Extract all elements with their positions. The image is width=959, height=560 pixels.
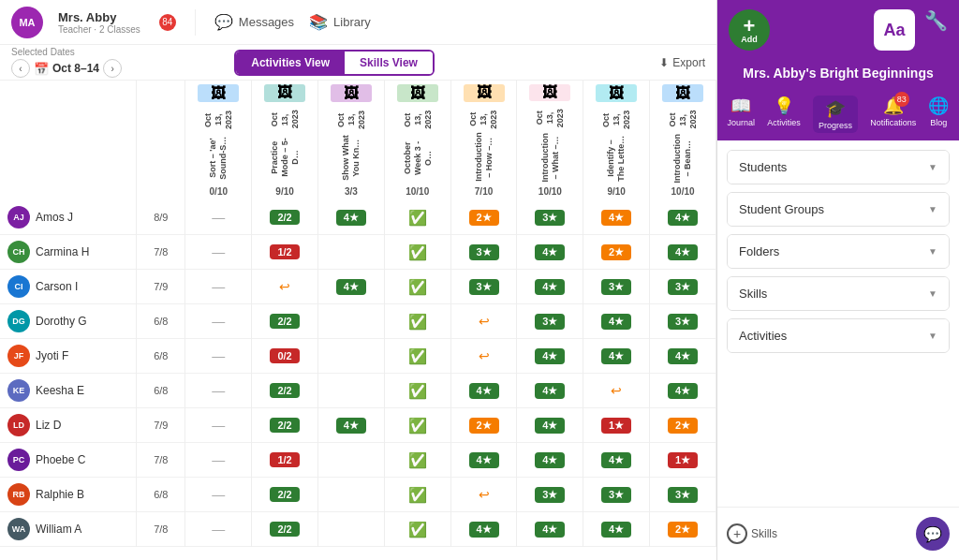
table-cell: 2/2: [252, 478, 318, 512]
col2-score: 9/10: [275, 186, 293, 197]
score-badge: 4★: [336, 418, 366, 434]
notifications-badge: 83: [894, 92, 909, 107]
date-range-text: Oct 8–14: [52, 62, 99, 75]
library-nav[interactable]: 📚 Library: [309, 13, 371, 31]
messages-nav[interactable]: 💬 Messages: [214, 13, 294, 31]
col6-date: Oct 13, 2023: [535, 105, 565, 131]
student-overall-score: 7/8: [154, 454, 168, 465]
nav-activities[interactable]: 💡 Activities: [767, 96, 801, 133]
teacher-name: Mrs. Abby: [58, 10, 140, 24]
settings-btn[interactable]: 🔧: [924, 9, 948, 32]
student-avatar: JF: [7, 345, 30, 367]
accordion-folders-header[interactable]: Folders ▼: [728, 235, 949, 268]
table-cell: 2★: [450, 200, 517, 235]
dash-icon: —: [212, 522, 225, 537]
student-avatar: DG: [7, 310, 30, 332]
table-cell: 2★: [583, 235, 650, 270]
student-name: Carmina H: [36, 245, 89, 258]
accordion-students-arrow: ▼: [928, 162, 937, 172]
score-badge: 4★: [535, 522, 565, 538]
table-cell: —: [185, 443, 252, 478]
blog-label: Blog: [930, 118, 947, 127]
student-name: Jyoti F: [36, 349, 68, 362]
student-overall-score: 6/8: [154, 316, 168, 327]
score-badge: 4★: [535, 452, 565, 468]
check-icon: ✅: [408, 418, 427, 434]
font-size-btn[interactable]: Aa: [874, 9, 915, 51]
nav-notifications[interactable]: 🔔 83 Notifications: [870, 96, 916, 133]
date-prev-btn[interactable]: ‹: [11, 59, 30, 78]
table-cell: 2/2: [252, 374, 318, 408]
student-overall-score: 8/9: [154, 212, 168, 223]
student-overall-score: 6/8: [154, 489, 168, 500]
accordion-activities-header[interactable]: Activities ▼: [728, 319, 949, 352]
table-cell: 3★: [450, 270, 517, 304]
score-badge: 3★: [601, 279, 631, 295]
student-avatar: CI: [7, 275, 30, 298]
table-cell: 3★: [517, 304, 583, 339]
progress-icon: 🎓: [825, 98, 846, 119]
accordion-students-header[interactable]: Students ▼: [728, 151, 949, 184]
accordion-student-groups-header[interactable]: Student Groups ▼: [728, 193, 949, 226]
student-overall-score: 7/8: [154, 523, 168, 535]
skills-view-btn[interactable]: Skills View: [345, 52, 433, 74]
score-badge: 4★: [668, 210, 698, 226]
student-score-cell: 6/8: [137, 304, 185, 339]
score-badge: 2★: [469, 210, 499, 226]
student-name-cell: JF Jyoti F: [0, 339, 137, 374]
nav-journal[interactable]: 📖 Journal: [728, 96, 756, 133]
journal-icon: 📖: [730, 96, 751, 116]
dash-icon: —: [212, 487, 225, 502]
table-cell: 2★: [450, 408, 517, 443]
dash-icon: —: [212, 314, 225, 329]
table-row: CH Carmina H 7/8 —1/2✅3★4★2★4★: [0, 235, 716, 270]
col4-title: October Week 3 - O…: [403, 134, 433, 183]
table-cell: 3★: [650, 304, 716, 339]
dash-icon: —: [212, 210, 225, 225]
accordion-student-groups-label: Student Groups: [739, 202, 824, 216]
add-skills-btn[interactable]: + Skills: [727, 523, 777, 544]
accordion-skills-header[interactable]: Skills ▼: [728, 277, 949, 310]
score-badge: 1★: [601, 418, 631, 434]
table-cell: 4★: [517, 235, 583, 270]
table-cell: ✅: [384, 304, 450, 339]
progress-table: 🖼 Oct 13, 2023 Sort – 'ae' Sound-S… 0/10…: [0, 81, 716, 547]
date-next-btn[interactable]: ›: [103, 59, 122, 78]
student-score-cell: 7/8: [137, 512, 185, 547]
export-btn[interactable]: ⬇ Export: [659, 56, 705, 69]
score-badge: 3★: [469, 279, 499, 295]
score-badge: 2/2: [270, 210, 300, 225]
student-avatar: KE: [7, 379, 30, 402]
add-button[interactable]: + Add: [729, 9, 770, 51]
chat-button[interactable]: 💬: [916, 517, 950, 551]
dash-icon: —: [212, 348, 225, 363]
table-cell: 2/2: [252, 200, 318, 235]
col6-header: 🖼 Oct 13, 2023 Introduction – What –… 10…: [517, 81, 583, 200]
table-cell: 1★: [650, 443, 716, 478]
student-avatar: LD: [7, 414, 30, 436]
table-cell: ✅: [384, 339, 450, 374]
activities-view-btn[interactable]: Activities View: [236, 52, 345, 74]
score-badge: 2★: [601, 244, 631, 260]
student-avatar: CH: [7, 241, 30, 263]
table-cell: 4★: [450, 443, 517, 478]
student-name-cell: WA William A: [0, 512, 137, 547]
table-cell: 4★: [517, 443, 583, 478]
score-badge: 3★: [668, 487, 698, 503]
nav-blog[interactable]: 🌐 Blog: [928, 96, 949, 133]
col3-date: Oct 13, 2023: [336, 106, 366, 134]
table-cell: 3★: [517, 200, 583, 235]
table-cell: 4★: [517, 408, 583, 443]
score-badge: 2★: [668, 418, 698, 434]
col7-date: Oct 13, 2023: [601, 106, 631, 134]
student-name-cell: PC Phoebe C: [0, 443, 137, 478]
student-name-cell: KE Keesha E: [0, 374, 137, 408]
nav-progress[interactable]: 🎓 Progress: [813, 96, 858, 133]
score-badge: 4★: [535, 383, 565, 399]
blog-icon: 🌐: [928, 96, 949, 116]
skills-plus-icon: +: [727, 523, 747, 544]
score-badge: 3★: [668, 279, 698, 295]
table-cell: 4★: [650, 200, 716, 235]
table-cell: [318, 304, 385, 339]
dash-icon: —: [212, 279, 225, 294]
